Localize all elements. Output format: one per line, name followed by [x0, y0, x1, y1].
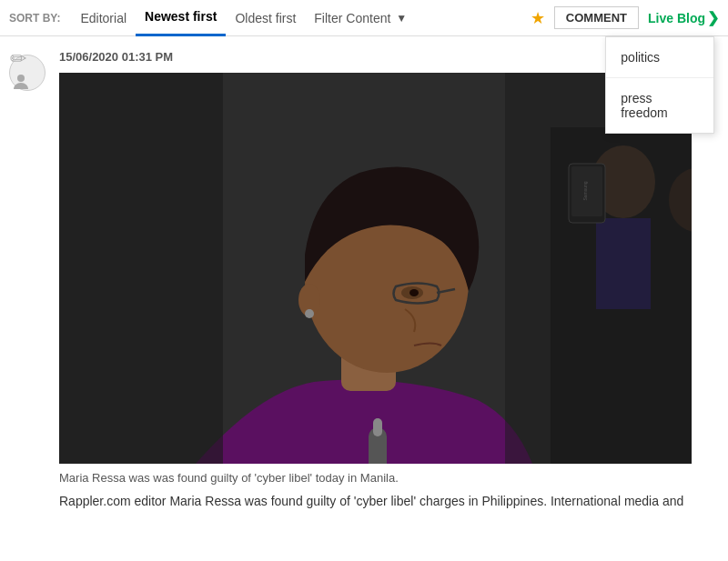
svg-point-14 — [410, 289, 419, 296]
top-bar: SORT BY: Editorial Newest first Oldest f… — [0, 0, 728, 36]
filter-content-label: Filter Content — [314, 11, 390, 25]
article-caption: Maria Ressa was was found guilty of 'cyb… — [59, 471, 719, 485]
live-blog-label: Live Blog — [648, 11, 705, 25]
sort-by-label: SORT BY: — [9, 12, 60, 25]
newest-first-sort-button[interactable]: Newest first — [136, 0, 226, 36]
svg-point-16 — [305, 309, 314, 318]
article-body: Rappler.com editor Maria Ressa was found… — [59, 492, 719, 511]
dropdown-arrow-icon: ▼ — [396, 12, 407, 25]
user-icon: ✏ — [10, 47, 45, 98]
filter-content-wrapper: Filter Content ▼ politics press freedom — [305, 0, 416, 36]
top-bar-right: ★ COMMENT Live Blog ❯ — [531, 6, 719, 29]
star-icon[interactable]: ★ — [531, 8, 545, 28]
article-image-svg: Samsung — [59, 73, 692, 464]
filter-option-press-freedom[interactable]: press freedom — [606, 78, 713, 133]
filter-dropdown-menu: politics press freedom — [605, 36, 714, 134]
oldest-first-sort-button[interactable]: Oldest first — [226, 0, 305, 36]
svg-point-0 — [17, 75, 25, 82]
filter-content-button[interactable]: Filter Content ▼ — [305, 0, 416, 36]
avatar: ✏ — [9, 55, 46, 91]
article-body-text: Rappler.com editor Maria Ressa was found… — [59, 494, 683, 508]
svg-rect-18 — [373, 418, 382, 436]
live-blog-arrow-icon: ❯ — [707, 9, 719, 26]
filter-option-politics[interactable]: politics — [606, 37, 713, 78]
live-blog-button[interactable]: Live Blog ❯ — [648, 9, 719, 26]
svg-rect-19 — [59, 73, 223, 464]
editorial-sort-button[interactable]: Editorial — [71, 0, 136, 36]
comment-button[interactable]: COMMENT — [554, 6, 639, 29]
article-image: Samsung — [59, 73, 692, 464]
